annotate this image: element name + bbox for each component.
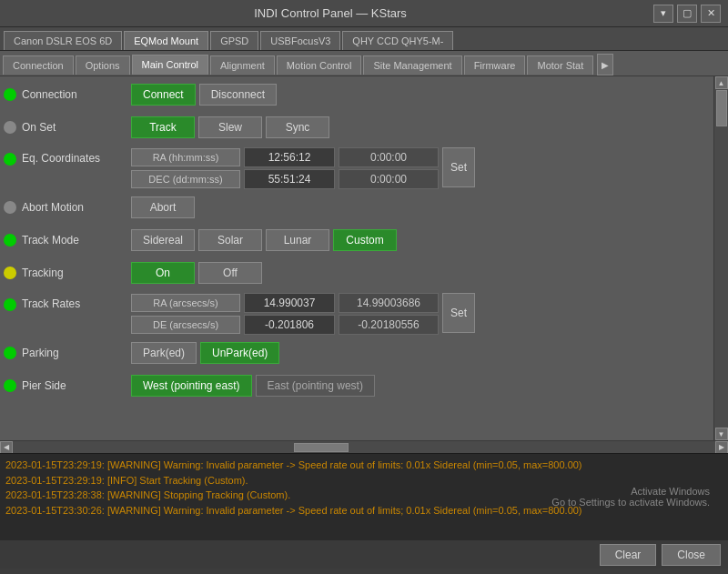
control-panel: Connection Connect Disconnect On Set Tra… xyxy=(0,76,713,440)
ra-value-input[interactable] xyxy=(244,147,335,167)
activate-line1: Activate Windows xyxy=(551,486,710,497)
activate-line2: Go to Settings to activate Windows. xyxy=(551,497,710,508)
tab-options[interactable]: Options xyxy=(76,55,130,75)
ra-arcsec-label: RA (arcsecs/s) xyxy=(131,294,240,312)
abort-motion-label: Abort Motion xyxy=(22,201,131,214)
activate-watermark: Activate Windows Go to Settings to activ… xyxy=(551,486,710,508)
main-content: Connection Options Main Control Alignmen… xyxy=(0,51,728,569)
east-button[interactable]: East (pointing west) xyxy=(256,375,375,397)
h-scroll-thumb[interactable] xyxy=(294,443,349,452)
sidereal-button[interactable]: Sidereal xyxy=(131,229,195,251)
minimize-button[interactable]: ▾ xyxy=(653,5,673,23)
maximize-button[interactable]: ▢ xyxy=(677,5,697,23)
device-tab-canon[interactable]: Canon DSLR EOS 6D xyxy=(4,31,122,50)
h-scroll-left-button[interactable]: ◀ xyxy=(0,441,13,454)
title-bar: INDI Control Panel — KStars ▾ ▢ ✕ xyxy=(0,0,728,27)
track-rates-dot xyxy=(4,298,16,311)
track-rates-label: Track Rates xyxy=(22,297,131,310)
tracking-on-button[interactable]: On xyxy=(131,262,195,284)
dec-label: DEC (dd:mm:ss) xyxy=(131,170,240,188)
on-set-row: On Set Track Slew Sync xyxy=(4,113,710,142)
close-button[interactable]: ✕ xyxy=(701,5,721,23)
pier-side-row: Pier Side West (pointing east) East (poi… xyxy=(4,371,710,400)
parking-label: Parking xyxy=(22,347,131,359)
h-scroll-track xyxy=(13,442,715,453)
scroll-thumb[interactable] xyxy=(716,90,727,126)
pier-side-dot xyxy=(4,379,16,392)
solar-button[interactable]: Solar xyxy=(198,229,262,251)
ra-value2-input[interactable] xyxy=(339,147,439,167)
eq-coordinates-controls: RA (hh:mm:ss) DEC (dd:mm:ss) xyxy=(131,147,439,189)
title-text: INDI Control Panel — KStars xyxy=(7,6,653,20)
connection-dot xyxy=(4,88,16,101)
slew-button[interactable]: Slew xyxy=(198,116,262,138)
connect-button[interactable]: Connect xyxy=(131,84,196,106)
track-rates-row: Track Rates RA (arcsecs/s) DE (arcsecs/s… xyxy=(4,291,710,335)
parked-button[interactable]: Park(ed) xyxy=(131,342,197,364)
parking-row: Parking Park(ed) UnPark(ed) xyxy=(4,338,710,368)
track-button[interactable]: Track xyxy=(131,116,195,138)
pier-side-controls: West (pointing east) East (pointing west… xyxy=(131,375,375,397)
eq-coordinates-row: Eq. Coordinates RA (hh:mm:ss) DEC (dd:mm… xyxy=(4,146,710,189)
scroll-up-button[interactable]: ▲ xyxy=(715,76,728,89)
tracking-label: Tracking xyxy=(22,267,131,279)
device-tab-usbfocus[interactable]: USBFocusV3 xyxy=(260,31,340,50)
tab-motion-control[interactable]: Motion Control xyxy=(277,55,362,75)
tracking-controls: On Off xyxy=(131,262,262,284)
ra-label: RA (hh:mm:ss) xyxy=(131,148,240,166)
connection-controls: Connect Disconnect xyxy=(131,84,277,106)
lunar-button[interactable]: Lunar xyxy=(266,229,329,251)
dec-row: DEC (dd:mm:ss) xyxy=(131,169,439,189)
disconnect-button[interactable]: Disconnect xyxy=(199,84,277,106)
tracking-row: Tracking On Off xyxy=(4,258,710,287)
track-mode-label: Track Mode xyxy=(22,234,131,247)
panel-scrollbar: ▲ ▼ xyxy=(713,76,728,440)
tab-scroll-right[interactable]: ▶ xyxy=(597,54,613,76)
horizontal-scrollbar: ◀ ▶ xyxy=(0,440,728,453)
window-controls: ▾ ▢ ✕ xyxy=(653,5,721,23)
sync-button[interactable]: Sync xyxy=(266,116,329,138)
de-rate-value2[interactable] xyxy=(339,315,439,335)
unparked-button[interactable]: UnPark(ed) xyxy=(200,342,279,364)
abort-button[interactable]: Abort xyxy=(131,196,195,218)
bottom-bar: Clear Close xyxy=(0,539,728,569)
device-tab-eqmod[interactable]: EQMod Mount xyxy=(124,31,208,50)
tab-motor-stat[interactable]: Motor Stat xyxy=(527,55,593,75)
ra-rate-value[interactable] xyxy=(244,293,335,313)
abort-motion-dot xyxy=(4,201,16,214)
eq-coordinates-dot xyxy=(4,153,16,166)
scroll-track xyxy=(715,89,728,428)
de-arcsec-label: DE (arcsecs/s) xyxy=(131,316,240,334)
tab-firmware[interactable]: Firmware xyxy=(464,55,526,75)
ra-row: RA (hh:mm:ss) xyxy=(131,147,439,167)
abort-motion-row: Abort Motion Abort xyxy=(4,193,710,222)
scroll-down-button[interactable]: ▼ xyxy=(715,428,728,440)
tab-alignment[interactable]: Alignment xyxy=(210,55,275,75)
tracking-dot xyxy=(4,267,16,279)
parking-controls: Park(ed) UnPark(ed) xyxy=(131,342,279,364)
dec-value2-input[interactable] xyxy=(339,169,439,189)
custom-button[interactable]: Custom xyxy=(333,229,397,251)
on-set-dot xyxy=(4,121,16,134)
west-button[interactable]: West (pointing east) xyxy=(131,375,252,397)
clear-button[interactable]: Clear xyxy=(600,544,657,566)
tab-main-control[interactable]: Main Control xyxy=(132,55,208,75)
ra-rate-value2[interactable] xyxy=(339,293,439,313)
h-scroll-right-button[interactable]: ▶ xyxy=(715,441,728,454)
eq-coordinates-label: Eq. Coordinates xyxy=(22,152,131,165)
device-tab-qhy[interactable]: QHY CCD QHY5-M- xyxy=(342,31,453,50)
device-tabs: Canon DSLR EOS 6D EQMod Mount GPSD USBFo… xyxy=(0,27,728,51)
de-rates-row: DE (arcsecs/s) xyxy=(131,315,439,335)
page-tabs: Connection Options Main Control Alignmen… xyxy=(0,51,728,76)
eq-set-button[interactable]: Set xyxy=(442,147,475,187)
tracking-off-button[interactable]: Off xyxy=(198,262,262,284)
track-rates-set-button[interactable]: Set xyxy=(442,293,475,333)
tab-site-management[interactable]: Site Management xyxy=(363,55,461,75)
close-bottom-button[interactable]: Close xyxy=(662,544,721,566)
connection-row: Connection Connect Disconnect xyxy=(4,80,710,109)
on-set-controls: Track Slew Sync xyxy=(131,116,329,138)
de-rate-value[interactable] xyxy=(244,315,335,335)
tab-connection[interactable]: Connection xyxy=(3,55,74,75)
dec-value-input[interactable] xyxy=(244,169,335,189)
device-tab-gpsd[interactable]: GPSD xyxy=(210,31,258,50)
